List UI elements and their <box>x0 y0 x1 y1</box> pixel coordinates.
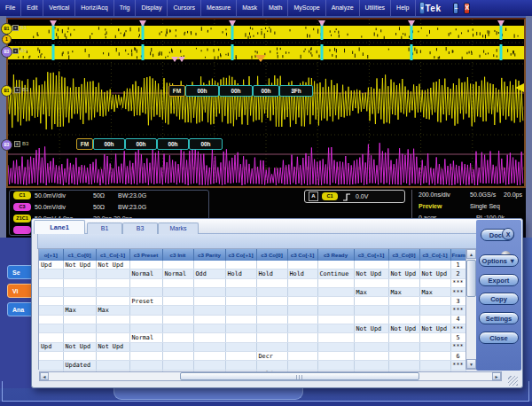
menu-item-5[interactable]: Display <box>136 0 168 16</box>
close-button[interactable]: X <box>464 3 470 14</box>
window-button-3[interactable]: Copy <box>479 293 519 305</box>
column-header-3[interactable]: c3 Preset <box>129 249 162 261</box>
side-panel-button-0[interactable]: Se <box>7 265 34 279</box>
menu-item-4[interactable]: Trig <box>114 0 137 16</box>
table-cell <box>388 306 419 315</box>
table-cell <box>317 261 354 269</box>
table-cell <box>63 333 96 342</box>
menu-item-1[interactable]: Edit <box>21 0 43 16</box>
table-cell <box>162 324 193 333</box>
column-header-5[interactable]: c3 Parity <box>193 249 225 261</box>
minimize-button[interactable]: – <box>453 3 458 14</box>
zoom3-badge[interactable] <box>13 226 31 234</box>
table-row-11[interactable]: Updated*** <box>39 361 466 370</box>
application-window: FileEditVerticalHoriz/AcqTrigDisplayCurs… <box>0 0 532 406</box>
table-cell: *** <box>450 342 466 351</box>
menu-item-12[interactable]: Utilities <box>360 0 392 16</box>
table-row-5[interactable]: MaxMax*** <box>39 306 466 315</box>
horizontal-scrollbar[interactable]: ◄ ► <box>39 371 502 381</box>
bus-b3-handle[interactable]: B3 <box>1 46 12 58</box>
column-header-1[interactable]: c1_Co[0] <box>63 249 96 261</box>
side-panel-button-2[interactable]: Ana <box>7 302 34 316</box>
bus-b1-analog-handle[interactable]: B1 <box>1 85 12 97</box>
table-row-6[interactable]: 4 <box>39 315 466 324</box>
expand-icon[interactable]: + <box>14 141 20 147</box>
table-cell <box>317 342 354 351</box>
vscroll-thumb[interactable] <box>466 260 476 297</box>
menu-item-3[interactable]: Horiz/Acq <box>75 0 113 16</box>
bus-b1-handle[interactable]: B1 <box>1 23 12 35</box>
window-button-2[interactable]: Export <box>479 274 519 286</box>
menu-item-13[interactable]: Help <box>391 0 415 16</box>
table-cell: Not Upd <box>96 342 129 351</box>
table-row-10[interactable]: Decr6 <box>39 351 466 360</box>
trigger-source-marker[interactable]: 1 <box>2 35 12 44</box>
menu-item-8[interactable]: Mask <box>237 0 263 16</box>
zoom-badge[interactable]: Z1C1 <box>13 215 31 223</box>
ch3-badge[interactable]: C3 <box>13 203 31 211</box>
table-row-1[interactable]: NormalNormalOddHoldHoldHoldContinueNot U… <box>39 269 466 278</box>
scroll-down-icon[interactable]: ▼ <box>466 359 476 369</box>
table-cell <box>39 361 63 370</box>
tab-strip <box>37 233 477 249</box>
tab-1[interactable]: B1 <box>87 223 122 234</box>
table-row-7[interactable]: Not UpdNot UpdNot Upd*** <box>39 324 466 333</box>
window-button-1[interactable]: Options ▼ <box>479 254 519 267</box>
resize-grip-icon[interactable] <box>508 376 518 386</box>
trigger-readout: A C1 0.0V <box>304 190 405 203</box>
hscroll-thumb[interactable] <box>180 372 419 380</box>
scroll-left-icon[interactable]: ◄ <box>40 372 49 380</box>
column-header-6[interactable]: c3 Co[+1] <box>225 249 256 261</box>
window-button-5[interactable]: Close <box>479 332 519 344</box>
column-header-13[interactable]: Frame <box>450 249 466 261</box>
table-cell: Continue <box>317 269 354 278</box>
menu-item-7[interactable]: Measure <box>201 0 237 16</box>
column-header-7[interactable]: c3 Co[0] <box>256 249 287 261</box>
menu-item-11[interactable]: Analyze <box>326 0 360 16</box>
table-cell <box>129 278 162 287</box>
scroll-right-icon[interactable]: ► <box>492 372 501 380</box>
bus-b3-analog-handle[interactable]: B3 <box>1 139 12 151</box>
ch1-badge[interactable]: C1 <box>13 191 31 199</box>
tab-3[interactable]: Marks <box>158 223 199 234</box>
table-row-3[interactable]: MaxMaxMax*** <box>39 287 466 296</box>
table-cell <box>256 261 287 269</box>
window-button-4[interactable]: Settings <box>479 312 519 324</box>
side-panel-button-1[interactable]: Vi <box>7 284 34 298</box>
table-row-8[interactable]: Normal5 <box>39 333 466 342</box>
table-cell <box>354 306 388 315</box>
table-row-2[interactable]: *** <box>39 278 466 287</box>
expand-icon[interactable]: + <box>14 87 20 93</box>
menu-item-9[interactable]: Math <box>263 0 289 16</box>
table-cell <box>317 361 354 370</box>
table-row-0[interactable]: UpdNot UpdNot Upd1 <box>39 261 466 269</box>
table-row-4[interactable]: Preset3 <box>39 297 466 306</box>
table-row-9[interactable]: UpdNot UpdNot Upd*** <box>39 342 466 351</box>
table-cell: Not Upd <box>96 261 129 269</box>
column-header-10[interactable]: c3_Co[+1] <box>354 249 388 261</box>
column-header-8[interactable]: c3 Co[-1] <box>287 249 317 261</box>
menu-item-6[interactable]: Cursors <box>168 0 201 16</box>
tab-2[interactable]: B3 <box>122 223 158 234</box>
menu-item-2[interactable]: Vertical <box>43 0 75 16</box>
table-cell <box>129 351 162 360</box>
table-cell <box>419 297 450 306</box>
column-header-11[interactable]: c3_Co[0] <box>388 249 419 261</box>
table-cell <box>256 306 287 315</box>
expand-icon[interactable]: + <box>12 25 19 31</box>
close-window-button[interactable]: X <box>502 228 514 240</box>
expand-icon[interactable]: + <box>12 48 19 54</box>
column-header-12[interactable]: c3_Co[-1] <box>419 249 450 261</box>
table-cell <box>162 351 193 360</box>
menu-item-10[interactable]: MyScope <box>288 0 325 16</box>
tab-0[interactable]: Lane1 <box>34 220 85 234</box>
column-header-2[interactable]: c1_Co[-1] <box>96 249 129 261</box>
table-cell <box>162 278 193 287</box>
scroll-up-icon[interactable]: ▲ <box>466 249 476 259</box>
column-header-0[interactable]: o[+1] <box>39 249 63 261</box>
column-header-4[interactable]: c3 Init <box>162 249 193 261</box>
column-header-9[interactable]: c3 Ready <box>317 249 354 261</box>
menu-item-0[interactable]: File <box>0 0 21 16</box>
menu-overflow-button[interactable]: ▼ <box>419 2 426 14</box>
table-cell: Preset <box>129 297 162 306</box>
